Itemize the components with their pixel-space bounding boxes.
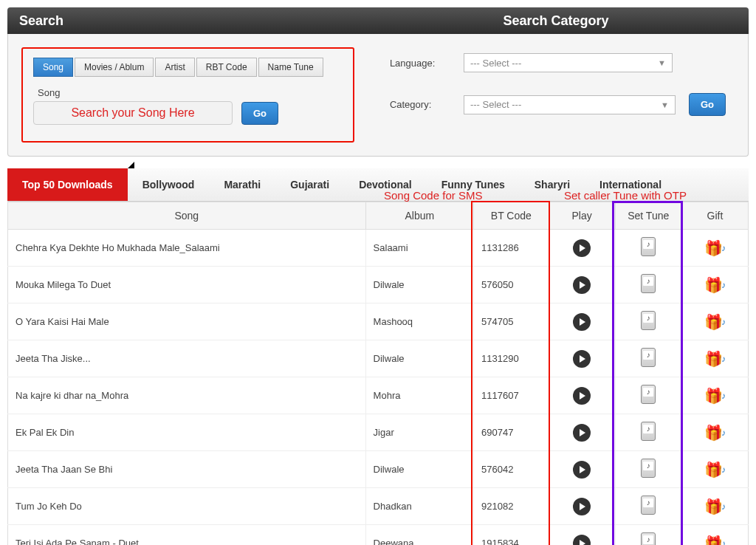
- cell-bt-code: 1915834: [474, 525, 549, 546]
- cell-bt-code: 690747: [474, 414, 549, 451]
- set-tune-icon[interactable]: [641, 237, 656, 256]
- search-category-title: Search Category: [363, 13, 749, 29]
- table-row: O Yara Kaisi Hai MaleMashooq574705🎁♪: [8, 304, 749, 340]
- cell-song: O Yara Kaisi Hai Male: [8, 304, 366, 340]
- category-go-button[interactable]: Go: [689, 93, 726, 116]
- gift-icon[interactable]: 🎁♪: [704, 313, 726, 331]
- cell-song: Tum Jo Keh Do: [8, 488, 366, 525]
- cell-bt-code: 1131290: [474, 340, 549, 377]
- cell-album: Dilwale: [365, 451, 474, 488]
- gift-icon[interactable]: 🎁♪: [704, 350, 726, 368]
- play-icon[interactable]: [573, 535, 591, 546]
- main-tabs: Top 50 DownloadsBollywoodMarathiGujarati…: [7, 168, 749, 202]
- gift-icon[interactable]: 🎁♪: [704, 461, 726, 479]
- table-row: Ek Pal Ek DinJigar690747🎁♪: [8, 414, 749, 451]
- play-icon[interactable]: [573, 350, 591, 368]
- cell-album: Jigar: [365, 414, 474, 451]
- chevron-down-icon: ▼: [661, 100, 669, 109]
- play-icon[interactable]: [573, 276, 591, 294]
- cell-song: Jeeta Tha Jiske...: [8, 340, 366, 377]
- tab-gujarati[interactable]: Gujarati: [275, 168, 344, 201]
- search-tab-row: SongMovies / AblumArtistRBT CodeName Tun…: [33, 58, 343, 77]
- cell-bt-code: 1117607: [474, 377, 549, 414]
- cell-song: Teri Isi Ada Pe Sanam - Duet: [8, 525, 366, 546]
- cell-song: Na kajre ki dhar na_Mohra: [8, 377, 366, 414]
- cell-album: Dilwale: [365, 340, 474, 377]
- cell-album: Dhadkan: [365, 488, 474, 525]
- cell-bt-code: 574705: [474, 304, 549, 340]
- table-row: Teri Isi Ada Pe Sanam - DuetDeewana19158…: [8, 525, 749, 546]
- language-select[interactable]: --- Select --- ▼: [464, 53, 673, 72]
- col-bt: BT Code: [474, 202, 549, 230]
- search-label: Song: [38, 87, 343, 98]
- search-tab-rbt-code[interactable]: RBT Code: [196, 58, 257, 77]
- search-tab-movies-ablum[interactable]: Movies / Ablum: [75, 58, 154, 77]
- annotation-sms-code: Song Code for SMS: [384, 189, 482, 202]
- table-row: Na kajre ki dhar na_MohraMohra1117607🎁♪: [8, 377, 749, 414]
- search-box: SongMovies / AblumArtistRBT CodeName Tun…: [21, 47, 354, 143]
- cell-bt-code: 1131286: [474, 230, 549, 267]
- cell-song: Chehra Kya Dekhte Ho Mukhada Male_Salaam…: [8, 230, 366, 267]
- set-tune-icon[interactable]: [641, 532, 656, 545]
- col-gift: Gift: [681, 202, 748, 230]
- tab-top-downloads[interactable]: Top 50 Downloads: [7, 168, 128, 201]
- cell-song: Jeeta Tha Jaan Se Bhi: [8, 451, 366, 488]
- gift-icon[interactable]: 🎁♪: [704, 387, 726, 405]
- search-tab-song[interactable]: Song: [33, 58, 73, 77]
- category-box: Language: --- Select --- ▼ Category: ---…: [368, 34, 748, 156]
- search-tab-artist[interactable]: Artist: [155, 58, 194, 77]
- play-icon[interactable]: [573, 313, 591, 331]
- set-tune-icon[interactable]: [641, 348, 656, 367]
- col-play: Play: [549, 202, 615, 230]
- play-icon[interactable]: [573, 498, 591, 515]
- tab-marathi[interactable]: Marathi: [209, 168, 275, 201]
- play-icon[interactable]: [573, 461, 591, 479]
- cell-song: Ek Pal Ek Din: [8, 414, 366, 451]
- search-title: Search: [7, 13, 363, 29]
- top-panel: SongMovies / AblumArtistRBT CodeName Tun…: [7, 34, 749, 157]
- language-label: Language:: [390, 58, 450, 69]
- play-icon[interactable]: [573, 239, 591, 257]
- set-tune-icon[interactable]: [641, 459, 656, 478]
- gift-icon[interactable]: 🎁♪: [704, 498, 726, 515]
- col-set: Set Tune: [615, 202, 681, 230]
- play-icon[interactable]: [573, 387, 591, 405]
- search-go-button[interactable]: Go: [241, 102, 278, 125]
- table-row: Jeeta Tha Jaan Se BhiDilwale576042🎁♪: [8, 451, 749, 488]
- chevron-down-icon: ▼: [658, 58, 666, 67]
- set-tune-icon[interactable]: [641, 496, 656, 515]
- cell-song: Mouka Milega To Duet: [8, 267, 366, 304]
- gift-icon[interactable]: 🎁♪: [704, 424, 726, 442]
- col-song: Song: [8, 202, 366, 230]
- gift-icon[interactable]: 🎁♪: [704, 276, 726, 294]
- cell-bt-code: 576050: [474, 267, 549, 304]
- cell-album: Mohra: [365, 377, 474, 414]
- annotation-otp: Set caller Tune with OTP: [564, 189, 687, 202]
- search-tab-name-tune[interactable]: Name Tune: [258, 58, 323, 77]
- set-tune-icon[interactable]: [641, 311, 656, 330]
- search-input[interactable]: [33, 101, 233, 125]
- table-row: Chehra Kya Dekhte Ho Mukhada Male_Salaam…: [8, 230, 749, 267]
- gift-icon[interactable]: 🎁♪: [704, 535, 726, 546]
- gift-icon[interactable]: 🎁♪: [704, 239, 726, 257]
- set-tune-icon[interactable]: [641, 385, 656, 404]
- cell-album: Salaami: [365, 230, 474, 267]
- category-label: Category:: [390, 99, 450, 110]
- table-row: Jeeta Tha Jiske...Dilwale1131290🎁♪: [8, 340, 749, 377]
- col-album: Album: [365, 202, 474, 230]
- cell-album: Dilwale: [365, 267, 474, 304]
- table-wrapper: Song Album BT Code Play Set Tune Gift Ch…: [7, 202, 749, 545]
- cell-album: Mashooq: [365, 304, 474, 340]
- tab-bollywood[interactable]: Bollywood: [128, 168, 210, 201]
- set-tune-icon[interactable]: [641, 274, 656, 293]
- header-bar: Search Search Category: [7, 7, 749, 34]
- play-icon[interactable]: [573, 424, 591, 442]
- category-value: --- Select ---: [470, 99, 521, 110]
- cell-album: Deewana: [365, 525, 474, 546]
- category-select[interactable]: --- Select --- ▼: [464, 95, 676, 114]
- songs-table: Song Album BT Code Play Set Tune Gift Ch…: [7, 202, 749, 545]
- set-tune-icon[interactable]: [641, 422, 656, 441]
- language-value: --- Select ---: [470, 58, 521, 69]
- cell-bt-code: 576042: [474, 451, 549, 488]
- table-row: Tum Jo Keh DoDhadkan921082🎁♪: [8, 488, 749, 525]
